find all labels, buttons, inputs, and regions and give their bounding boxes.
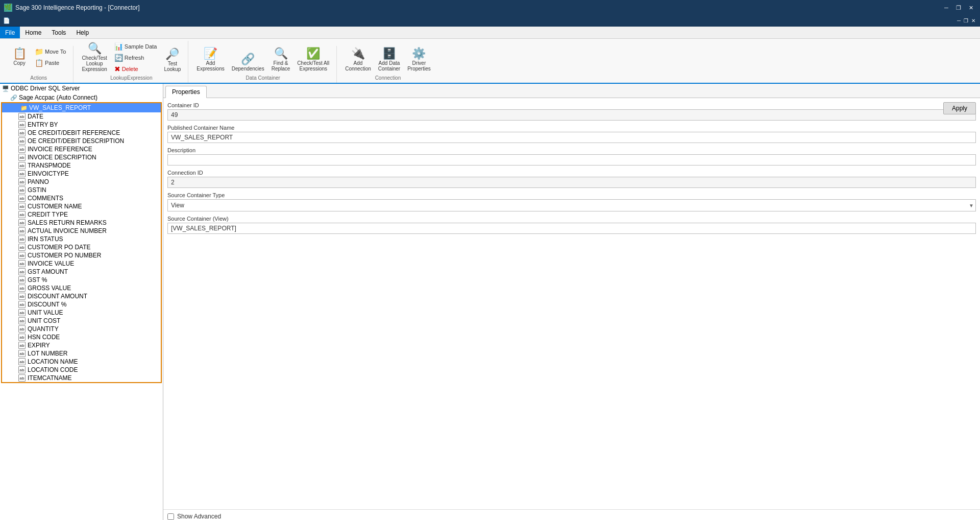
ribbon-group-actions: 📋 Copy 📁 Move To 📋 Paste Actions (4, 46, 74, 83)
paste-button[interactable]: 📋 Paste (32, 58, 69, 68)
field-item[interactable]: abCREDIT TYPE (2, 210, 161, 219)
add-connection-button[interactable]: 🔌 AddConnection (342, 46, 374, 74)
delete-label: Delete (122, 66, 138, 72)
move-to-label: Move To (45, 49, 66, 55)
field-item[interactable]: abEINVOICTYPE (2, 170, 161, 178)
menu-tools[interactable]: Tools (46, 27, 71, 38)
field-item[interactable]: abINVOICE VALUE (2, 259, 161, 268)
field-item[interactable]: abINVOICE DESCRIPTION (2, 153, 161, 161)
field-item[interactable]: abDISCOUNT AMOUNT (2, 292, 161, 300)
field-item[interactable]: abLOCATION NAME (2, 358, 161, 366)
driver-properties-button[interactable]: ⚙️ DriverProperties (404, 46, 434, 74)
field-item[interactable]: abEXPIRY (2, 341, 161, 349)
field-item[interactable]: abUNIT VALUE (2, 309, 161, 317)
field-item[interactable]: abHSN CODE (2, 333, 161, 341)
refresh-button[interactable]: 🔄 Refresh (111, 53, 160, 63)
apply-button[interactable]: Apply (943, 102, 976, 114)
add-data-container-button[interactable]: 🗄️ Add DataContainer (375, 46, 403, 74)
check-test-all-label: Check/Test AllExpressions (297, 60, 329, 72)
field-item[interactable]: abCOMMENTS (2, 194, 161, 202)
show-advanced-label[interactable]: Show Advanced (177, 513, 221, 520)
tree-root-node[interactable]: 🖥️ ODBC Driver SQL Server (0, 84, 163, 93)
field-item[interactable]: abGST % (2, 276, 161, 284)
field-item[interactable]: abINVOICE REFERENCE (2, 145, 161, 153)
copy-button[interactable]: 📋 Copy (8, 46, 31, 68)
field-item[interactable]: abTRANSPMODE (2, 161, 161, 170)
field-item[interactable]: abGROSS VALUE (2, 284, 161, 292)
sample-data-button[interactable]: 📊 Sample Data (111, 41, 160, 52)
find-replace-label: Find &Replace (272, 60, 290, 72)
field-label: EXPIRY (28, 342, 50, 349)
test-lookup-button[interactable]: 🔎 TestLookup (161, 46, 184, 74)
field-item[interactable]: abITEMCATNAME (2, 374, 161, 382)
mdi-close[interactable]: ✕ (970, 18, 977, 23)
find-replace-icon: 🔍 (274, 48, 288, 59)
field-icon: ab (18, 293, 26, 300)
sage-icon: 🔗 (10, 94, 17, 101)
data-container-label: Data Container (193, 75, 332, 81)
field-item[interactable]: abCUSTOMER PO DATE (2, 243, 161, 251)
mdi-minimize[interactable]: ─ (955, 18, 962, 23)
show-advanced-checkbox[interactable] (167, 513, 174, 520)
restore-button[interactable]: ❐ (953, 3, 964, 12)
mdi-restore[interactable]: ❐ (962, 18, 970, 23)
tree-panel[interactable]: 🖥️ ODBC Driver SQL Server 🔗 Sage Accpac … (0, 84, 163, 520)
sample-data-icon: 📊 (114, 43, 123, 50)
field-item[interactable]: abCUSTOMER PO NUMBER (2, 251, 161, 259)
check-test-button[interactable]: 🔍 Check/TestLookupExpression (79, 41, 110, 74)
field-item[interactable]: abGST AMOUNT (2, 268, 161, 276)
menu-file[interactable]: File (0, 27, 20, 38)
field-item[interactable]: abQUANTITY (2, 325, 161, 333)
field-item[interactable]: abUNIT COST (2, 317, 161, 325)
description-input[interactable] (167, 154, 976, 166)
field-item[interactable]: abGSTIN (2, 186, 161, 194)
tree-sage-node[interactable]: 🔗 Sage Accpac (Auto Connect) (0, 93, 163, 102)
field-label: INVOICE REFERENCE (28, 146, 92, 153)
field-icon: ab (18, 178, 26, 185)
field-item[interactable]: abPANNO (2, 178, 161, 186)
published-name-row: Published Container Name (167, 125, 976, 143)
move-to-button[interactable]: 📁 Move To (32, 46, 69, 57)
field-icon: ab (18, 342, 26, 349)
container-id-value: 49 (167, 109, 976, 121)
published-name-input[interactable] (167, 132, 976, 143)
field-label: OE CREDIT/DEBIT REFERENCE (28, 129, 120, 136)
field-item[interactable]: abDATE (2, 112, 161, 121)
source-container-view-input[interactable] (167, 223, 976, 234)
menu-help[interactable]: Help (71, 27, 94, 38)
show-advanced-row: Show Advanced (163, 509, 980, 520)
add-data-container-label: Add DataContainer (378, 60, 400, 72)
find-replace-button[interactable]: 🔍 Find &Replace (268, 46, 293, 74)
field-item[interactable]: abENTRY BY (2, 121, 161, 129)
check-test-all-button[interactable]: ✅ Check/Test AllExpressions (294, 46, 332, 74)
field-item[interactable]: abSALES RETURN REMARKS (2, 219, 161, 227)
menu-home[interactable]: Home (20, 27, 46, 38)
field-item[interactable]: abOE CREDIT/DEBIT DESCRIPTION (2, 137, 161, 145)
connection-id-row: Connection ID 2 (167, 170, 976, 188)
tree-vw-node[interactable]: 📁 VW_SALES_REPORT (2, 103, 161, 112)
field-label: GSTIN (28, 186, 46, 194)
field-item[interactable]: abDISCOUNT % (2, 300, 161, 309)
add-expressions-button[interactable]: 📝 AddExpressions (193, 46, 227, 74)
connection-label: Connection (342, 75, 434, 81)
field-label: CUSTOMER PO DATE (28, 244, 91, 251)
field-icon: ab (18, 154, 26, 161)
dependencies-button[interactable]: 🔗 Dependencies (229, 52, 267, 74)
field-item[interactable]: abLOCATION CODE (2, 366, 161, 374)
field-item[interactable]: abCUSTOMER NAME (2, 202, 161, 210)
field-item[interactable]: abIRN STATUS (2, 235, 161, 243)
source-container-type-select[interactable]: View Table Query (167, 199, 976, 211)
field-icon: ab (18, 350, 26, 357)
tab-properties[interactable]: Properties (165, 86, 207, 98)
minimize-button[interactable]: ─ (941, 3, 951, 12)
field-item[interactable]: abOE CREDIT/DEBIT REFERENCE (2, 129, 161, 137)
field-item[interactable]: abACTUAL INVOICE NUMBER (2, 227, 161, 235)
field-icon: ab (18, 195, 26, 202)
field-label: QUANTITY (28, 325, 59, 333)
close-button[interactable]: ✕ (966, 3, 976, 12)
field-item[interactable]: abLOT NUMBER (2, 349, 161, 358)
delete-button[interactable]: ✖ Delete (111, 64, 160, 74)
check-test-all-icon: ✅ (306, 48, 320, 59)
check-test-icon: 🔍 (88, 43, 102, 54)
tree-vw-label: VW_SALES_REPORT (29, 104, 91, 111)
